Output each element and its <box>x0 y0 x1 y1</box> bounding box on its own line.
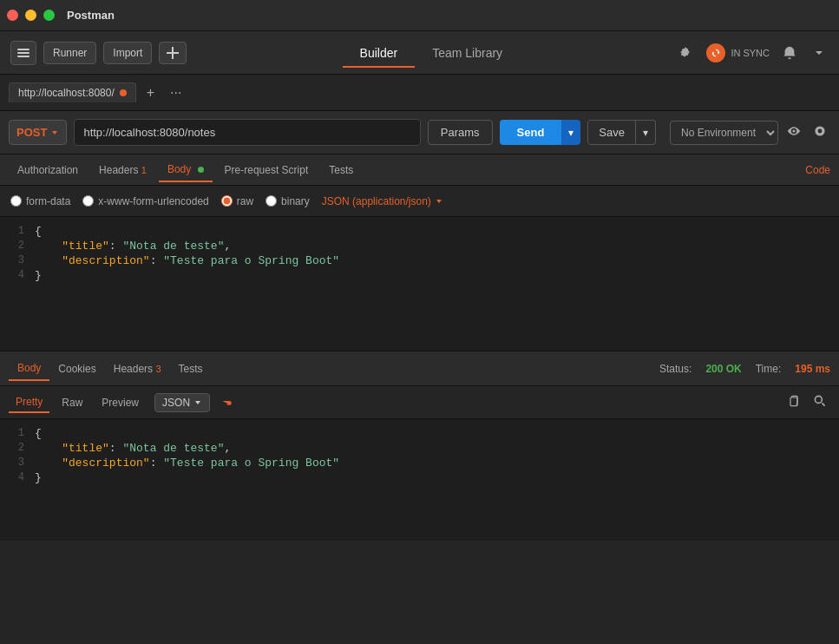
req-tab-body[interactable]: Body <box>159 158 213 182</box>
import-button[interactable]: Import <box>103 42 152 64</box>
builder-tab[interactable]: Builder <box>343 39 416 67</box>
req-tab-pre-request[interactable]: Pre-request Script <box>216 159 318 181</box>
notifications-button[interactable] <box>778 42 801 64</box>
req-tabs: Authorization Headers 1 Body Pre-request… <box>0 154 839 186</box>
method-select[interactable]: POST <box>9 120 67 145</box>
resp-tab-tests[interactable]: Tests <box>170 358 212 380</box>
new-tab-button[interactable] <box>159 42 187 64</box>
send-button[interactable]: Send <box>500 120 562 145</box>
code-line-1: 1 { <box>0 224 839 239</box>
minimize-button[interactable] <box>25 10 36 21</box>
sidebar-toggle-button[interactable] <box>10 41 36 65</box>
svg-rect-0 <box>17 49 29 50</box>
urlencoded-option[interactable]: x-www-form-urlencoded <box>82 195 208 207</box>
status-label: Status: <box>659 363 692 375</box>
json-type-select[interactable]: JSON (application/json) <box>322 195 443 207</box>
toolbar-chevron-button[interactable] <box>810 43 829 62</box>
send-chevron-button[interactable]: ▾ <box>561 120 580 145</box>
body-active-dot <box>198 167 204 173</box>
environment-select[interactable]: No Environment <box>670 121 778 145</box>
save-button[interactable]: Save <box>587 120 636 145</box>
url-bar: POST Params Send ▾ Save ▾ No Environment <box>0 111 839 154</box>
raw-option[interactable]: raw <box>221 195 253 207</box>
svg-point-6 <box>815 396 822 403</box>
response-area: Body Cookies Headers 3 Tests Status: 200… <box>0 352 839 644</box>
code-link[interactable]: Code <box>805 164 830 176</box>
request-tab[interactable]: http://localhost:8080/ <box>9 82 136 102</box>
save-chevron-button[interactable]: ▾ <box>636 120 656 145</box>
team-library-tab[interactable]: Team Library <box>415 39 520 67</box>
resp-right-icons <box>783 391 830 415</box>
resp-pretty-tab[interactable]: Pretty <box>9 392 49 413</box>
resp-toolbar: Pretty Raw Preview JSON <box>0 386 839 419</box>
time-value: 195 ms <box>795 363 830 375</box>
resp-preview-tab[interactable]: Preview <box>95 393 146 412</box>
manage-env-button[interactable] <box>810 121 830 145</box>
request-body-editor[interactable]: 1 { 2 "title": "Nota de teste", 3 "descr… <box>0 217 839 352</box>
method-label: POST <box>16 126 47 139</box>
form-data-option[interactable]: form-data <box>10 195 70 207</box>
req-tab-headers[interactable]: Headers 1 <box>90 159 155 181</box>
code-line-2: 2 "title": "Nota de teste", <box>0 239 839 253</box>
resp-tabs-bar: Body Cookies Headers 3 Tests Status: 200… <box>0 352 839 386</box>
req-tab-authorization[interactable]: Authorization <box>9 159 87 181</box>
resp-tab-body[interactable]: Body <box>9 357 49 381</box>
app-title: Postman <box>67 9 115 22</box>
title-bar: Postman <box>0 0 839 31</box>
sync-area: IN SYNC <box>706 43 770 62</box>
code-line-3: 3 "description": "Teste para o Spring Bo… <box>0 253 839 268</box>
req-tab-tests[interactable]: Tests <box>320 159 362 181</box>
code-line-4: 4 } <box>0 268 839 283</box>
params-button[interactable]: Params <box>428 120 493 145</box>
sync-icon <box>706 43 725 62</box>
new-request-button[interactable]: + <box>141 83 160 102</box>
request-bar: http://localhost:8080/ + ··· <box>0 75 839 111</box>
resp-tab-headers[interactable]: Headers 3 <box>105 358 170 380</box>
more-tabs-button[interactable]: ··· <box>165 83 187 102</box>
resp-tab-cookies[interactable]: Cookies <box>49 358 104 380</box>
resp-code-line-1: 1 { <box>0 426 839 441</box>
response-body-viewer: 1 { 2 "title": "Nota de teste", 3 "descr… <box>0 419 839 541</box>
maximize-button[interactable] <box>43 10 55 21</box>
tab-url: http://localhost:8080/ <box>18 87 115 99</box>
binary-option[interactable]: binary <box>265 195 310 207</box>
close-button[interactable] <box>7 10 18 21</box>
runner-button[interactable]: Runner <box>43 42 96 64</box>
tab-modified-dot <box>120 89 127 96</box>
response-status: Status: 200 OK Time: 195 ms <box>659 363 830 375</box>
status-value: 200 OK <box>705 363 741 375</box>
body-options: form-data x-www-form-urlencoded raw bina… <box>0 186 839 217</box>
resp-code-line-2: 2 "title": "Nota de teste", <box>0 441 839 456</box>
copy-response-button[interactable] <box>783 391 804 415</box>
sync-label: IN SYNC <box>731 48 770 58</box>
settings-icon-button[interactable] <box>675 42 698 64</box>
resp-code-line-3: 3 "description": "Teste para o Spring Bo… <box>0 456 839 470</box>
toolbar: Runner Import Builder Team Library IN SY… <box>0 31 839 75</box>
resp-raw-tab[interactable]: Raw <box>55 393 89 412</box>
url-input[interactable] <box>74 119 420 146</box>
svg-rect-1 <box>17 52 29 54</box>
wrap-button[interactable] <box>215 392 239 413</box>
search-response-button[interactable] <box>810 391 830 415</box>
resp-json-select[interactable]: JSON <box>154 393 210 412</box>
eye-button[interactable] <box>783 121 804 145</box>
svg-rect-4 <box>167 52 179 54</box>
time-label: Time: <box>756 363 782 375</box>
svg-rect-2 <box>17 56 29 57</box>
resp-code-line-4: 4 } <box>0 470 839 485</box>
